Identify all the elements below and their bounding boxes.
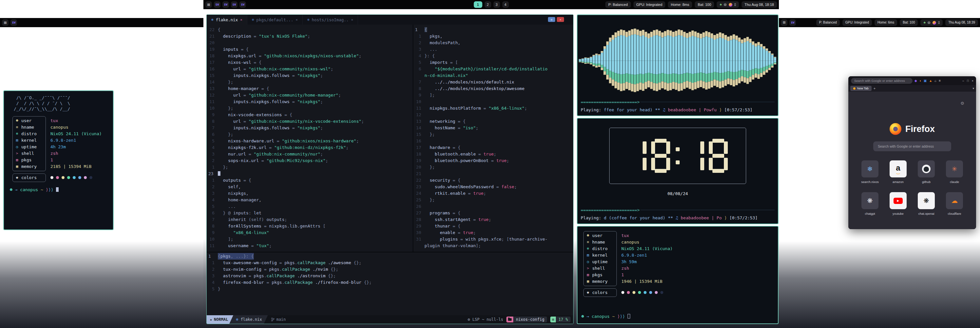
metamask-icon[interactable]: ▲ (929, 79, 932, 82)
editor-pane-iso[interactable]: 1{1 pkgs,2 modulesPath,3 ...4}: {5 impor… (414, 25, 573, 252)
launcher-icon[interactable]: ⊞ (205, 1, 212, 8)
workspace-1[interactable]: 1 (474, 1, 482, 8)
zen-eye-button[interactable]: ⊙ (548, 17, 555, 22)
menu-icon[interactable]: ≡ (939, 79, 941, 82)
token: plugins (425, 237, 458, 242)
tab-list-chevron-icon[interactable]: ▾ (972, 87, 974, 90)
url-bar[interactable]: Search with Google or enter address (851, 78, 913, 84)
tab-close-icon[interactable]: × (351, 18, 353, 22)
close-button[interactable]: × (557, 17, 564, 22)
token: = (246, 152, 253, 157)
editor-tab-hosts-isoImag-[interactable]: ❄hosts/isoImag..× (303, 15, 358, 25)
systray-icon[interactable]: $W (214, 1, 220, 8)
tab-label: flake.nix (216, 17, 238, 22)
line-number: 5 (414, 59, 425, 66)
pane-splitter-horizontal[interactable] (207, 252, 573, 252)
code-line: 19 inputs = { (207, 46, 413, 53)
editor-tab-pkgs-default-[interactable]: ❄pkgs/default...× (247, 15, 303, 25)
workspace-3[interactable]: 3 (493, 1, 500, 8)
token: "tux's NixOS Flake" (259, 34, 307, 39)
line-number: 1 (207, 177, 218, 184)
line-number: 1 (207, 260, 218, 266)
code-line: 19 bluetooth.powerOnBoot = true; (414, 157, 573, 164)
code-text: tux-awesome-wm-config = pkgs.callPackage… (218, 260, 361, 266)
systray-icon[interactable]: $W (239, 1, 246, 8)
workspace-4[interactable]: 4 (502, 1, 509, 8)
firefox-newtab-page: ⚙ Firefox Search with Google or enter ad… (848, 92, 976, 229)
line-number: 1 (207, 164, 218, 171)
code-line: 10 (414, 98, 573, 105)
code-line: 1 pkgs, (414, 33, 573, 40)
code-text: hostName = "iso"; (425, 125, 478, 131)
token: . (264, 273, 267, 278)
launcher-icon[interactable]: ⊞ (781, 19, 788, 26)
token: outputs (218, 178, 241, 183)
shell-prompt[interactable]: ☻ → canopus ~ ⟩⟩⟩ (581, 314, 630, 319)
editor-tab-flake-nix[interactable]: ❄flake.nix× (207, 15, 247, 25)
workspace-2[interactable]: 2 (484, 1, 491, 8)
systray-icon[interactable]: $W (789, 19, 796, 26)
shortcut-chatgpt[interactable]: ❋chatgpt (859, 192, 880, 215)
token: = { (251, 60, 261, 65)
code-line: 25 }; (414, 197, 573, 203)
playing-segment: ⟩ (724, 215, 729, 220)
new-tab-button[interactable]: + (873, 86, 875, 90)
tab-new-tab[interactable]: New Tab (850, 86, 872, 91)
code-text: nixpkgs, (218, 190, 248, 197)
editor-pane-pkgs[interactable]: 1{pkgs, ...}: {1 tux-awesome-wm-config =… (207, 253, 573, 292)
terminal-window[interactable]: /\ /¯O._ _/¯¯¯\ /¯¯¯/ / / /\ \ / / ¯/ \ … (3, 90, 114, 230)
prompt-segment: ~ (609, 314, 617, 319)
launcher-icon[interactable]: ⊞ (2, 19, 8, 26)
newtab-search-input[interactable]: Search with Google or enter address (873, 141, 951, 151)
prompt-segment: → (584, 314, 592, 319)
fetch-row: ▧pkgs (584, 272, 616, 278)
code-line: 30 enable = true; (414, 230, 573, 236)
close-button[interactable]: × (972, 79, 974, 82)
code-line: 12 url = "github:nix-community/home-mana… (207, 92, 413, 98)
systray-icon[interactable]: $W (11, 19, 17, 26)
editor-window[interactable]: ❄flake.nix×❄pkgs/default...×❄hosts/isoIm… (206, 14, 574, 324)
code-text: ... (425, 46, 437, 53)
shortcut-amazon[interactable]: a‿amazon (888, 160, 908, 184)
systray-icon[interactable]: $W (223, 1, 229, 8)
home-icon[interactable]: ⌂ (934, 79, 936, 82)
shortcut-youtube[interactable]: ▶youtube (888, 192, 908, 215)
line-number: 30 (414, 230, 425, 236)
token: forAllSystems (218, 223, 261, 228)
line-number: 15 (414, 131, 425, 138)
shortcut-chat-openai[interactable]: ❋chat.openai (916, 192, 937, 215)
token: ; (285, 217, 287, 222)
personalize-gear-icon[interactable]: ⚙ (960, 101, 964, 106)
tab-close-icon[interactable]: × (240, 18, 242, 22)
line-number: 11 (414, 105, 425, 112)
shortcut-cloudflare[interactable]: ☁cloudflare (944, 192, 965, 215)
shortcut-search-nixos[interactable]: ❄search.nixos (859, 160, 880, 184)
token: nixpkgs.url (218, 53, 256, 58)
fetch-colors-box: ✾colors (13, 173, 46, 182)
line-number: 6 (207, 131, 218, 138)
bitwarden-icon[interactable]: ▣ (924, 79, 927, 82)
extension-purple-icon[interactable]: ◆ (915, 79, 917, 82)
editor-pane-flake[interactable]: 22{21 description = "tux's NixOS Flake";… (207, 25, 413, 252)
tab-close-icon[interactable]: × (296, 18, 298, 22)
status-area: P: BalancedGPU: IntegratedHome: 8msBat: … (605, 1, 777, 8)
maximize-button[interactable]: □ (967, 79, 969, 82)
code-text: nixos-hardware.url = "github:nixos/nixos… (218, 138, 359, 144)
code-text: ... (218, 203, 236, 210)
token: nixpkgs.hostPlatform (425, 106, 481, 111)
playing-segment: Playing: (581, 107, 604, 112)
token: "tux" (256, 243, 269, 248)
shortcut-github[interactable]: github (916, 160, 937, 184)
token: = (246, 273, 253, 278)
line-number: 9 (414, 92, 425, 98)
terminal-cursor (56, 187, 59, 192)
shortcut-claude[interactable]: ✳claude (944, 160, 965, 184)
token: = (256, 53, 264, 58)
token: callPackage (267, 273, 295, 278)
extension-orange-icon[interactable]: ◗ (920, 79, 921, 82)
systray-icon[interactable]: $W (231, 1, 237, 8)
shell-prompt[interactable]: ☻ → canopus ~ ⟩⟩⟩ (10, 187, 108, 192)
minimize-button[interactable]: – (963, 79, 964, 82)
firefox-window[interactable]: Search with Google or enter address ◆◗▣▲… (848, 76, 976, 229)
workspace-switcher: 1234 (474, 1, 509, 8)
